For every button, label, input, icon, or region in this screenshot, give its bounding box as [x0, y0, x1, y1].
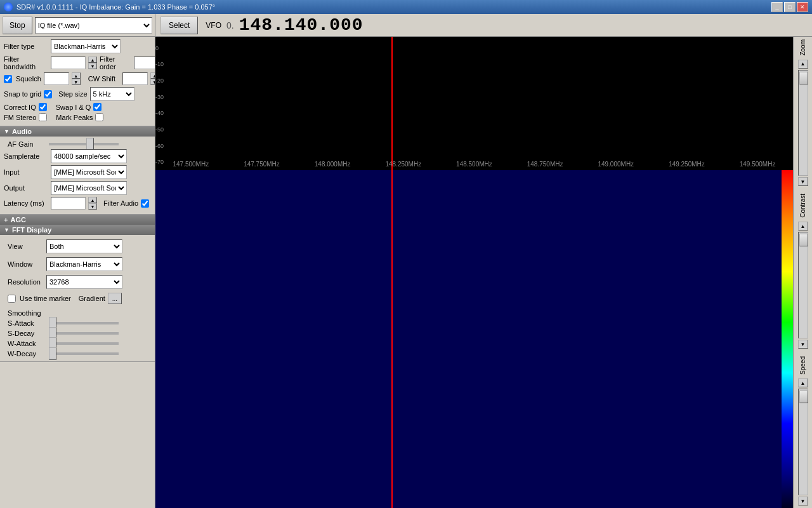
samplerate-select[interactable]: 48000 sample/sec: [51, 149, 127, 163]
fft-section-header[interactable]: ▼ FFT Display: [0, 225, 155, 235]
filter-audio-checkbox[interactable]: [141, 199, 149, 208]
spectrum-display[interactable]: 0-10-20-30-40-50-60-70 147.500MHz 147.75…: [155, 37, 793, 170]
use-time-marker-label: Use time marker: [20, 295, 71, 302]
fft-window-select[interactable]: Blackman-Harris: [46, 257, 122, 271]
spectrum-canvas: [155, 37, 793, 170]
af-gain-label: AF Gain: [8, 140, 49, 148]
minimize-button[interactable]: _: [771, 2, 783, 12]
filter-bw-up[interactable]: ▲: [88, 57, 97, 63]
waterfall-canvas: [155, 170, 793, 508]
frequency-display: 148.140.000: [239, 15, 363, 35]
fft-section-label: FFT Display: [12, 226, 51, 234]
agc-expand-icon: +: [4, 216, 8, 224]
audio-controls: AF Gain Samplerate 48000 sample/sec Inpu…: [0, 137, 155, 215]
speed-scrollbar[interactable]: [798, 389, 808, 495]
filter-bw-label: Filter bandwidth: [4, 55, 48, 70]
filter-audio-label: Filter Audio: [103, 199, 138, 207]
filter-order-label: Filter order: [100, 55, 131, 70]
latency-input[interactable]: 100: [51, 197, 86, 210]
s-attack-label: S-Attack: [8, 319, 49, 327]
cw-shift-label: CW Shift: [88, 75, 120, 83]
snap-to-grid-checkbox[interactable]: [44, 90, 52, 98]
vfo-label: VFO: [206, 21, 221, 30]
toolbar: Stop IQ file (*.wav): [0, 14, 155, 37]
waterfall-display[interactable]: [155, 170, 793, 508]
speed-down-button[interactable]: ▼: [798, 497, 808, 505]
device-select[interactable]: IQ file (*.wav): [35, 17, 152, 34]
filter-type-select[interactable]: Blackman-Harris: [51, 39, 121, 53]
swap-iq-checkbox[interactable]: [93, 103, 102, 111]
gradient-label: Gradient: [79, 295, 105, 302]
zoom-label: Zoom: [799, 39, 806, 56]
fft-window-label: Window: [8, 260, 43, 268]
fft-expand-icon: ▼: [4, 227, 10, 233]
contrast-scrollbar[interactable]: [798, 232, 808, 338]
mark-peaks-label: Mark Peaks: [56, 114, 93, 121]
freq-axis: 147.500MHz 147.750MHz 148.000MHz 148.250…: [155, 157, 793, 170]
zoom-down-button[interactable]: ▼: [798, 177, 808, 186]
contrast-down-button[interactable]: ▼: [798, 340, 808, 349]
maximize-button[interactable]: □: [784, 2, 796, 12]
close-button[interactable]: ✕: [797, 2, 808, 12]
filter-controls: Filter type Blackman-Harris Filter bandw…: [0, 37, 155, 126]
fft-view-label: View: [8, 243, 43, 250]
mark-peaks-checkbox[interactable]: [95, 113, 103, 121]
audio-expand-icon: ▼: [4, 128, 10, 135]
audio-section-header[interactable]: ▼ Audio: [0, 126, 155, 137]
output-label: Output: [4, 184, 48, 192]
w-decay-slider[interactable]: [49, 352, 119, 355]
sidebar: Stop IQ file (*.wav) Filter type Blackma…: [0, 14, 155, 508]
output-select[interactable]: [MME] Microsoft Sound: [51, 181, 127, 195]
snap-to-grid-label: Snap to grid: [4, 90, 41, 98]
fft-resolution-select[interactable]: 32768: [46, 275, 122, 289]
filter-bw-down[interactable]: ▼: [88, 63, 97, 69]
gradient-options-button[interactable]: ...: [108, 293, 122, 304]
squelch-up[interactable]: ▲: [72, 72, 81, 79]
zoom-up-button[interactable]: ▲: [798, 60, 808, 69]
s-decay-label: S-Decay: [8, 330, 49, 337]
input-select[interactable]: [MME] Microsoft Sound: [51, 165, 127, 179]
correct-iq-label: Correct IQ: [4, 104, 36, 111]
freq-dot: 0.: [226, 20, 234, 30]
fm-stereo-checkbox[interactable]: [39, 113, 47, 121]
cw-shift-down[interactable]: ▼: [150, 79, 155, 85]
cw-shift-input[interactable]: 600: [122, 72, 148, 85]
swap-iq-label: Swap I & Q: [56, 104, 91, 111]
latency-label: Latency (ms): [4, 199, 48, 207]
title-text: SDR# v1.0.0.1111 - IQ Imbalance: Gain = …: [16, 3, 215, 11]
contrast-up-button[interactable]: ▲: [798, 222, 808, 231]
af-gain-slider[interactable]: [49, 143, 119, 145]
fm-stereo-label: FM Stereo: [4, 114, 36, 121]
s-decay-slider[interactable]: [49, 332, 119, 335]
filter-order-input[interactable]: 500: [134, 57, 155, 69]
cw-shift-up[interactable]: ▲: [150, 72, 155, 79]
w-decay-label: W-Decay: [8, 350, 49, 358]
squelch-input[interactable]: 75: [44, 72, 69, 85]
correct-iq-checkbox[interactable]: [39, 103, 47, 111]
latency-down[interactable]: ▼: [88, 203, 97, 210]
s-attack-slider[interactable]: [49, 322, 119, 324]
speed-label: Speed: [799, 356, 806, 375]
app-icon: [4, 3, 13, 11]
top-bar: Select VFO 0. 148.140.000: [155, 14, 812, 37]
fft-resolution-label: Resolution: [8, 278, 43, 286]
input-label: Input: [4, 168, 48, 176]
audio-section-label: Audio: [12, 128, 32, 135]
fft-controls: View Both Window Blackman-Harris Resolut…: [0, 235, 155, 362]
filter-bw-input[interactable]: 8000: [51, 57, 86, 69]
select-button[interactable]: Select: [160, 17, 198, 34]
w-attack-slider[interactable]: [49, 342, 119, 345]
speed-up-button[interactable]: ▲: [798, 378, 808, 387]
agc-section-header[interactable]: + AGC: [0, 215, 155, 225]
squelch-label: Squelch: [16, 75, 41, 83]
fft-view-select[interactable]: Both: [46, 239, 122, 253]
use-time-marker-checkbox[interactable]: [8, 295, 16, 303]
step-size-select[interactable]: 5 kHz: [90, 87, 134, 101]
stop-button[interactable]: Stop: [3, 17, 32, 34]
squelch-checkbox[interactable]: [4, 75, 12, 83]
squelch-down[interactable]: ▼: [72, 79, 81, 85]
right-panel: Zoom ▲ ▼ Contrast ▲ ▼ Speed ▲: [793, 37, 812, 508]
latency-up[interactable]: ▲: [88, 197, 97, 203]
zoom-scrollbar[interactable]: [798, 70, 808, 177]
step-size-label: Step size: [58, 90, 87, 98]
